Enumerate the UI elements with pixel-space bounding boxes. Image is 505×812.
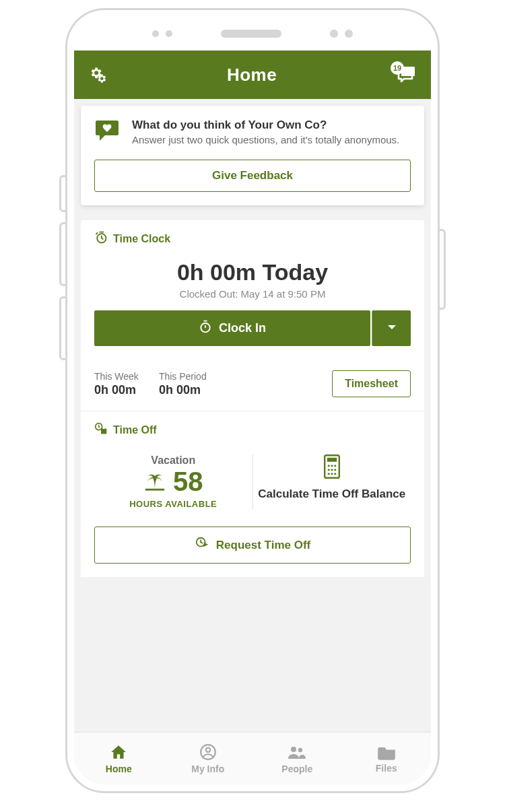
people-icon <box>287 743 307 761</box>
phone-frame: Home 19 <box>67 10 438 791</box>
phone-side-button <box>436 229 446 310</box>
nav-myinfo[interactable]: My Info <box>164 733 253 784</box>
nav-people[interactable]: People <box>252 733 342 784</box>
vacation-sublabel: HOURS AVAILABLE <box>97 499 250 509</box>
bottom-nav: Home My Info People Files <box>74 732 431 784</box>
this-period-stat: This Period 0h 00m <box>159 371 207 397</box>
svg-point-19 <box>291 747 296 752</box>
feedback-title: What do you think of Your Own Co? <box>132 118 411 132</box>
svg-point-15 <box>334 473 336 475</box>
clock-in-dropdown-button[interactable] <box>372 310 411 346</box>
request-time-off-button[interactable]: Request Time Off <box>94 527 411 564</box>
caret-down-icon <box>386 322 397 335</box>
calculator-icon <box>256 454 409 481</box>
feedback-subtitle: Answer just two quick questions, and it'… <box>132 133 411 147</box>
time-clock-title: Time Clock <box>113 233 170 245</box>
send-clock-icon <box>195 536 209 554</box>
calculate-balance-label: Calculate Time Off Balance <box>256 487 409 501</box>
svg-point-18 <box>206 747 211 752</box>
svg-point-9 <box>334 465 336 467</box>
clock-in-label: Clock In <box>219 321 266 335</box>
svg-point-13 <box>327 473 329 475</box>
svg-point-12 <box>334 469 336 471</box>
time-clock-section: Time Clock 0h 00m Today Clocked Out: May… <box>81 220 424 411</box>
page-title: Home <box>227 65 277 86</box>
vacation-label: Vacation <box>97 454 250 467</box>
svg-point-11 <box>331 469 333 471</box>
this-week-value: 0h 00m <box>94 383 139 397</box>
palm-tree-icon <box>143 469 166 494</box>
user-circle-icon <box>199 743 217 761</box>
request-time-off-label: Request Time Off <box>216 539 310 552</box>
app-screen: Home 19 <box>74 50 431 784</box>
svg-rect-4 <box>101 429 106 434</box>
svg-point-20 <box>298 747 302 751</box>
give-feedback-label: Give Feedback <box>212 169 293 182</box>
nav-myinfo-label: My Info <box>191 764 224 774</box>
feedback-card: What do you think of Your Own Co? Answer… <box>81 106 424 205</box>
stopwatch-icon <box>199 320 212 337</box>
svg-rect-6 <box>327 458 337 462</box>
vacation-balance[interactable]: Vacation 58 HOURS AVAILABLE <box>94 450 252 513</box>
nav-people-label: People <box>281 764 312 774</box>
phone-notch <box>74 17 431 50</box>
time-off-section: Time Off Vacation 58 <box>81 411 424 577</box>
this-week-stat: This Week 0h 00m <box>94 371 139 397</box>
svg-point-8 <box>331 465 333 467</box>
clock-status: Clocked Out: May 14 at 9:50 PM <box>94 288 411 300</box>
nav-files[interactable]: Files <box>342 733 432 784</box>
this-week-label: This Week <box>94 371 139 382</box>
timesheet-button[interactable]: Timesheet <box>332 370 411 397</box>
settings-icon[interactable] <box>88 65 108 85</box>
svg-point-10 <box>327 469 329 471</box>
time-off-title: Time Off <box>113 424 157 436</box>
app-header: Home 19 <box>74 50 431 99</box>
svg-point-7 <box>327 465 329 467</box>
content-area: What do you think of Your Own Co? Answer… <box>74 99 431 732</box>
today-time: 0h 00m Today <box>94 259 411 285</box>
nav-files-label: Files <box>376 763 397 774</box>
nav-home[interactable]: Home <box>74 733 164 784</box>
timesheet-label: Timesheet <box>345 378 398 389</box>
time-clock-icon <box>94 231 108 247</box>
chat-heart-icon <box>94 118 123 149</box>
give-feedback-button[interactable]: Give Feedback <box>94 160 411 192</box>
this-period-value: 0h 00m <box>159 383 207 397</box>
nav-home-label: Home <box>106 764 132 774</box>
this-period-label: This Period <box>159 371 207 382</box>
inbox-button[interactable]: 19 <box>396 65 417 84</box>
time-off-icon <box>94 422 108 438</box>
svg-point-14 <box>331 473 333 475</box>
inbox-badge: 19 <box>391 61 404 75</box>
svg-point-2 <box>201 323 209 332</box>
clock-in-button[interactable]: Clock In <box>94 310 370 346</box>
calculate-balance-button[interactable]: Calculate Time Off Balance <box>253 450 411 513</box>
home-icon <box>109 743 128 761</box>
folder-icon <box>377 744 396 760</box>
vacation-hours: 58 <box>173 468 203 495</box>
